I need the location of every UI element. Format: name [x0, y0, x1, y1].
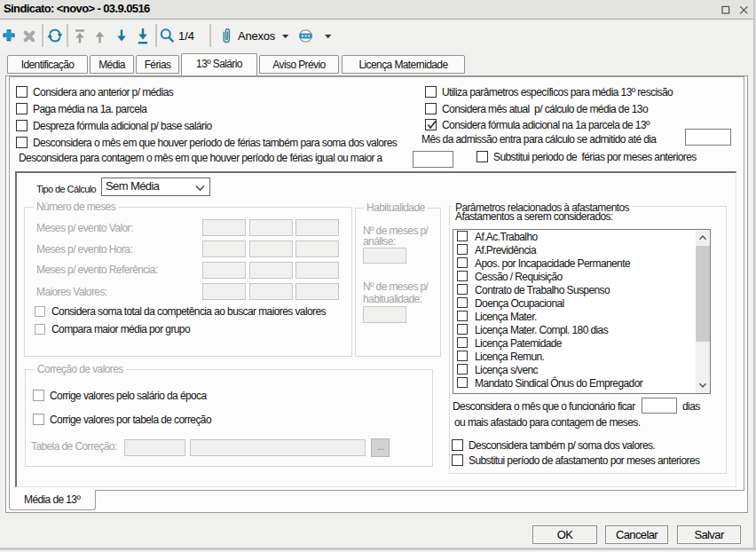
svg-text:1/4: 1/4: [178, 29, 194, 43]
svg-text:Anexos: Anexos: [238, 29, 276, 43]
